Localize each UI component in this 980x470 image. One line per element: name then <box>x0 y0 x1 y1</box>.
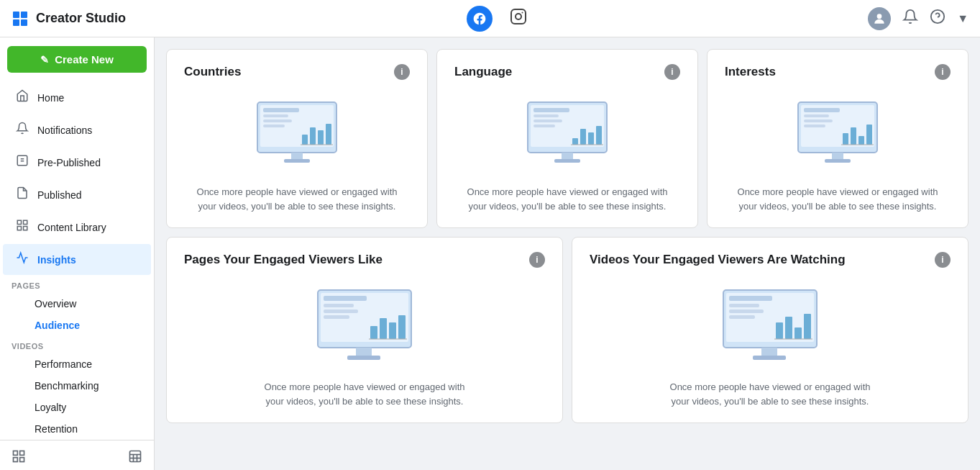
svg-rect-42 <box>533 114 559 117</box>
create-plus-icon: ✎ <box>40 54 49 65</box>
performance-label: Performance <box>35 358 92 370</box>
sidebar-item-published[interactable]: Published <box>3 179 151 210</box>
instagram-platform-button[interactable] <box>510 8 527 30</box>
sidebar-item-content-library[interactable]: Content Library <box>3 212 151 243</box>
card-countries: Countries i <box>166 49 428 228</box>
svg-rect-76 <box>356 348 372 356</box>
videos-engaged-info-icon[interactable]: i <box>935 252 951 268</box>
svg-rect-67 <box>324 296 367 301</box>
layout: ✎ Create New Home Notifications Pre-Publ… <box>0 37 980 470</box>
svg-rect-14 <box>24 220 27 224</box>
sidebar-bottom-table-icon[interactable] <box>128 449 142 466</box>
sidebar-item-insights[interactable]: Insights <box>3 244 151 275</box>
topbar-center <box>467 6 527 32</box>
notifications-bell-icon[interactable] <box>902 9 918 28</box>
svg-rect-0 <box>13 12 19 18</box>
svg-rect-37 <box>291 153 303 160</box>
svg-rect-1 <box>21 12 27 18</box>
svg-rect-4 <box>511 9 526 24</box>
dropdown-arrow-icon[interactable]: ▼ <box>957 12 968 25</box>
svg-rect-29 <box>263 114 288 117</box>
main-content: Countries i <box>155 37 980 470</box>
countries-info-icon[interactable]: i <box>394 64 410 80</box>
sidebar-sub-benchmarking[interactable]: Benchmarking <box>3 376 151 396</box>
svg-rect-58 <box>843 133 848 145</box>
svg-point-7 <box>877 14 882 19</box>
sidebar-sub-overview[interactable]: Overview <box>3 294 151 314</box>
pages-engaged-info-icon[interactable]: i <box>529 252 545 268</box>
topbar-right: ▼ <box>868 7 968 30</box>
svg-rect-43 <box>533 119 562 122</box>
svg-rect-83 <box>729 315 755 319</box>
svg-rect-31 <box>263 125 285 127</box>
videos-engaged-illustration <box>713 286 828 366</box>
content-library-icon <box>14 219 30 235</box>
card-language: Language i <box>436 49 698 228</box>
svg-rect-3 <box>21 19 27 26</box>
svg-point-6 <box>522 12 523 13</box>
svg-rect-60 <box>858 136 864 145</box>
svg-rect-81 <box>729 304 759 307</box>
svg-rect-84 <box>776 322 783 339</box>
insights-icon <box>14 251 30 268</box>
sidebar-item-notifications[interactable]: Notifications <box>3 114 151 145</box>
svg-rect-18 <box>20 451 24 456</box>
grid-icon <box>12 10 29 27</box>
svg-rect-72 <box>380 318 387 339</box>
svg-rect-34 <box>318 130 324 145</box>
create-new-label: Create New <box>55 53 114 65</box>
language-description: Once more people have viewed or engaged … <box>467 185 668 213</box>
svg-rect-32 <box>302 135 308 145</box>
svg-rect-77 <box>347 356 380 360</box>
sidebar-notifications-label: Notifications <box>37 125 92 136</box>
svg-rect-71 <box>370 326 377 339</box>
svg-rect-46 <box>580 129 586 145</box>
svg-rect-44 <box>533 125 555 127</box>
svg-rect-51 <box>554 159 580 163</box>
card-language-header: Language i <box>454 64 680 80</box>
videos-engaged-description: Once more people have viewed or engaged … <box>669 380 871 408</box>
help-icon[interactable] <box>930 9 945 28</box>
sidebar-sub-retention[interactable]: Retention <box>3 419 151 439</box>
pages-engaged-illustration <box>307 286 422 366</box>
svg-rect-69 <box>324 309 358 313</box>
sidebar-insights-label: Insights <box>37 254 76 266</box>
language-info-icon[interactable]: i <box>664 64 680 80</box>
interests-info-icon[interactable]: i <box>935 64 951 80</box>
cards-row-1: Countries i <box>166 49 968 228</box>
pages-engaged-description: Once more people have viewed or engaged … <box>264 380 465 408</box>
sidebar-sub-audience[interactable]: Audience <box>3 315 151 335</box>
card-interests: Interests i <box>707 49 968 228</box>
interests-illustration <box>791 99 884 171</box>
svg-rect-56 <box>804 119 833 122</box>
svg-point-5 <box>516 14 521 19</box>
create-new-button[interactable]: ✎ Create New <box>7 46 147 73</box>
svg-rect-55 <box>804 114 829 117</box>
sidebar-sub-performance[interactable]: Performance <box>3 354 151 374</box>
audience-label: Audience <box>35 320 80 331</box>
svg-rect-87 <box>804 314 811 339</box>
facebook-platform-button[interactable] <box>467 6 493 32</box>
card-videos-engaged-title: Videos Your Engaged Viewers Are Watching <box>590 253 846 267</box>
svg-rect-85 <box>785 317 792 339</box>
svg-rect-38 <box>284 159 310 163</box>
svg-rect-61 <box>866 125 872 145</box>
sidebar-item-home[interactable]: Home <box>3 82 151 113</box>
countries-illustration <box>250 99 344 171</box>
svg-rect-30 <box>263 119 292 122</box>
svg-rect-64 <box>825 159 851 163</box>
card-language-title: Language <box>454 65 512 79</box>
sidebar-content-library-label: Content Library <box>37 222 106 233</box>
svg-rect-15 <box>24 227 27 230</box>
cards-row-2: Pages Your Engaged Viewers Like i <box>166 237 968 423</box>
sidebar-published-label: Published <box>37 189 82 201</box>
svg-rect-47 <box>588 132 594 145</box>
countries-description: Once more people have viewed or engaged … <box>196 185 398 213</box>
sidebar-bottom-grid-icon[interactable] <box>12 449 26 466</box>
card-interests-header: Interests i <box>725 64 951 80</box>
sidebar-sub-loyalty[interactable]: Loyalty <box>3 397 151 417</box>
topbar: Creator Studio ▼ <box>0 0 980 37</box>
user-avatar[interactable] <box>868 7 891 30</box>
interests-description: Once more people have viewed or engaged … <box>737 185 938 213</box>
sidebar-item-pre-published[interactable]: Pre-Published <box>3 147 151 178</box>
